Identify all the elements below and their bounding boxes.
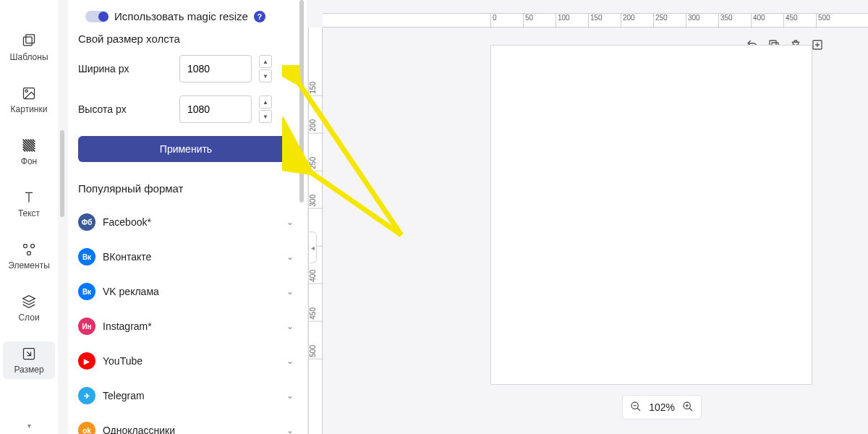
zoom-out-icon[interactable] bbox=[630, 401, 642, 414]
format-name: ВКонтакте bbox=[103, 251, 279, 263]
format-badge-icon: Ин bbox=[78, 318, 95, 335]
layers-icon bbox=[21, 294, 37, 310]
ruler-tick: 450 bbox=[783, 14, 798, 28]
svg-point-4 bbox=[24, 244, 27, 248]
zoom-in-icon[interactable] bbox=[682, 401, 694, 414]
add-page-icon[interactable] bbox=[810, 38, 825, 52]
sidebar-label: Картинки bbox=[11, 104, 48, 114]
sidebar-label: Текст bbox=[18, 208, 40, 218]
apply-button[interactable]: Применить bbox=[78, 136, 294, 162]
magic-resize-label: Использовать magic resize bbox=[114, 10, 248, 22]
chevron-down-icon: ⌄ bbox=[286, 391, 294, 401]
format-name: Telegram bbox=[103, 390, 279, 401]
ruler-tick: 400 bbox=[309, 270, 323, 284]
svg-point-5 bbox=[31, 244, 35, 248]
sidebar-item-layers[interactable]: Слои bbox=[3, 289, 55, 327]
ruler-tick: 200 bbox=[621, 14, 635, 28]
format-badge-icon: Вк bbox=[78, 283, 95, 300]
width-input[interactable] bbox=[179, 55, 252, 82]
ruler-tick: 350 bbox=[718, 14, 733, 28]
format-name: VK реклама bbox=[103, 286, 279, 297]
height-label: Высота px bbox=[78, 103, 172, 115]
format-item[interactable]: ✈Telegram⌄ bbox=[78, 378, 294, 413]
format-item[interactable]: ВкВКонтакте⌄ bbox=[78, 239, 294, 274]
sidebar-label: Слои bbox=[18, 312, 39, 323]
format-item[interactable]: okОдноклассники⌄ bbox=[78, 413, 294, 434]
chevron-down-icon: ⌄ bbox=[286, 356, 294, 366]
format-badge-icon: Вк bbox=[78, 248, 95, 265]
sidebar-item-elements[interactable]: Элементы bbox=[3, 237, 55, 275]
ruler-tick: 250 bbox=[309, 157, 323, 171]
width-label: Ширина px bbox=[78, 63, 172, 75]
chevron-down-icon: ⌄ bbox=[286, 425, 294, 434]
ruler-tick: 50 bbox=[523, 14, 533, 28]
panel-scrollbar[interactable] bbox=[299, 0, 304, 217]
ruler-tick: 100 bbox=[556, 14, 570, 28]
size-icon bbox=[21, 346, 37, 362]
svg-rect-0 bbox=[24, 37, 33, 46]
zoom-value: 102% bbox=[649, 401, 675, 413]
sidebar-item-text[interactable]: Текст bbox=[3, 185, 55, 223]
chevron-down-icon: ⌄ bbox=[286, 252, 294, 262]
sidebar-label: Шаблоны bbox=[9, 52, 48, 62]
elements-icon bbox=[21, 242, 37, 258]
height-up-button[interactable]: ▲ bbox=[259, 95, 272, 109]
format-name: Одноклассники bbox=[103, 425, 279, 434]
ruler-tick: 400 bbox=[751, 14, 765, 28]
format-item[interactable]: ▶YouTube⌄ bbox=[78, 344, 294, 378]
format-item[interactable]: ИнInstagram*⌄ bbox=[78, 309, 294, 344]
format-name: Facebook* bbox=[103, 216, 279, 228]
background-icon bbox=[21, 137, 37, 153]
ruler-tick: 200 bbox=[309, 119, 323, 134]
ruler-tick: 500 bbox=[816, 14, 830, 28]
chevron-down-icon[interactable]: ▾ bbox=[27, 422, 31, 430]
zoom-control: 102% bbox=[622, 395, 702, 420]
chevron-down-icon: ⌄ bbox=[286, 217, 294, 227]
magic-resize-toggle[interactable] bbox=[85, 11, 109, 22]
chevron-down-icon: ⌄ bbox=[286, 286, 294, 297]
sidebar-item-templates[interactable]: Шаблоны bbox=[3, 29, 55, 67]
chevron-down-icon: ⌄ bbox=[286, 321, 294, 331]
sidebar-label: Размер bbox=[14, 365, 43, 375]
svg-point-6 bbox=[27, 252, 31, 255]
height-input[interactable] bbox=[179, 95, 252, 123]
width-down-button[interactable]: ▼ bbox=[259, 69, 272, 82]
popular-format-title: Популярный формат bbox=[78, 182, 294, 195]
sidebar-label: Фон bbox=[21, 156, 37, 166]
left-sidebar: Шаблоны Картинки Фон Текст Элементы Слои… bbox=[0, 0, 58, 434]
ruler-tick: 150 bbox=[588, 14, 603, 28]
ruler-vertical: 150200250300350400450500 bbox=[308, 27, 323, 434]
height-down-button[interactable]: ▼ bbox=[259, 110, 272, 123]
ruler-horizontal: 050100150200250300350400450500 bbox=[323, 13, 868, 27]
format-badge-icon: ok bbox=[78, 422, 95, 434]
sidebar-item-background[interactable]: Фон bbox=[3, 133, 55, 171]
size-panel: Использовать magic resize ? Свой размер … bbox=[68, 0, 307, 434]
ruler-tick: 250 bbox=[653, 14, 668, 28]
panel-collapse-handle[interactable]: ◂ bbox=[310, 231, 317, 263]
help-icon[interactable]: ? bbox=[254, 11, 265, 22]
templates-icon bbox=[21, 33, 37, 49]
ruler-tick: 450 bbox=[309, 307, 323, 322]
format-badge-icon: ✈ bbox=[78, 387, 95, 404]
sidebar-item-size[interactable]: Размер bbox=[3, 341, 55, 379]
format-name: YouTube bbox=[103, 355, 279, 367]
format-badge-icon: Фб bbox=[78, 213, 95, 231]
format-name: Instagram* bbox=[103, 320, 279, 332]
ruler-tick: 500 bbox=[309, 345, 323, 359]
svg-point-3 bbox=[25, 90, 27, 92]
canvas-area: 050100150200250300350400450500 150200250… bbox=[307, 0, 868, 434]
format-item[interactable]: ФбFacebook*⌄ bbox=[78, 205, 294, 239]
sidebar-item-images[interactable]: Картинки bbox=[3, 81, 55, 119]
format-item[interactable]: ВкVK реклама⌄ bbox=[78, 274, 294, 309]
ruler-tick: 0 bbox=[490, 14, 497, 28]
svg-rect-1 bbox=[26, 35, 35, 43]
ruler-tick: 300 bbox=[309, 195, 323, 209]
canvas-page[interactable] bbox=[490, 45, 812, 385]
width-up-button[interactable]: ▲ bbox=[259, 55, 272, 68]
format-badge-icon: ▶ bbox=[78, 352, 95, 370]
ruler-tick: 300 bbox=[686, 14, 700, 28]
ruler-tick: 150 bbox=[309, 82, 323, 96]
images-icon bbox=[21, 85, 37, 101]
text-icon bbox=[21, 190, 37, 205]
sidebar-scrollbar[interactable] bbox=[58, 0, 68, 434]
